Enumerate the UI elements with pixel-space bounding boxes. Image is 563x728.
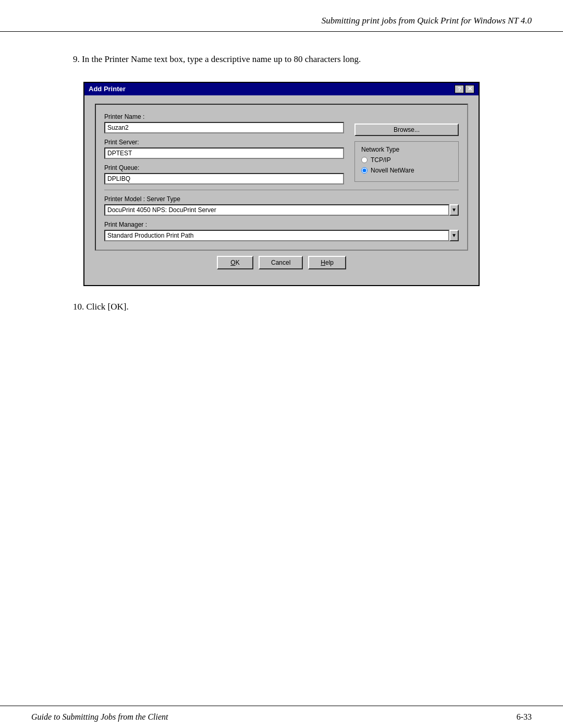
help-underline: H (321, 259, 325, 266)
dialog-title: Add Printer (89, 85, 126, 93)
page-container: Submitting print jobs from Quick Print f… (0, 0, 563, 728)
dialog-wrapper: Add Printer ? ✕ (52, 82, 511, 286)
print-server-input[interactable] (104, 147, 344, 159)
tcpip-radio[interactable] (361, 157, 368, 163)
ok-rest: K (236, 259, 240, 266)
printer-model-input[interactable] (104, 204, 449, 216)
footer-right-text: 6-33 (517, 712, 532, 722)
printer-name-input[interactable] (104, 122, 344, 133)
novell-radio-row: Novell NetWare (361, 167, 452, 174)
titlebar-buttons: ? ✕ (455, 85, 474, 93)
form-left: Printer Name : Print Server: (104, 113, 344, 184)
printer-model-arrow[interactable]: ▼ (449, 204, 459, 216)
step9-text: 9. In the Printer Name text box, type a … (52, 53, 511, 66)
print-manager-label: Print Manager : (104, 221, 459, 228)
print-queue-label: Print Queue: (104, 164, 344, 171)
browse-button[interactable]: Browse... (354, 124, 459, 136)
printer-model-label: Printer Model : Server Type (104, 195, 459, 203)
print-manager-input[interactable] (104, 230, 449, 241)
divider (104, 190, 459, 190)
dialog-inner: Printer Name : Print Server: (95, 104, 468, 251)
dialog-footer: OK Cancel Help (95, 251, 468, 277)
print-server-label: Print Server: (104, 139, 344, 146)
cancel-button[interactable]: Cancel (259, 256, 303, 269)
printer-name-field-group: Printer Name : (104, 113, 344, 133)
printer-model-dropdown-row: ▼ (104, 204, 459, 216)
printer-name-label: Printer Name : (104, 113, 344, 120)
footer-left-text: Guide to Submitting Jobs from the Client (31, 712, 168, 722)
step10-text: 10. Click [OK]. (52, 302, 511, 312)
form-right: Browse... Network Type TCP/IP (354, 113, 459, 184)
page-header: Submitting print jobs from Quick Print f… (0, 0, 563, 32)
novell-radio[interactable] (361, 167, 368, 174)
network-type-legend: Network Type (361, 146, 452, 153)
dialog-body: Printer Name : Print Server: (84, 95, 479, 285)
top-form-row: Printer Name : Print Server: (104, 113, 459, 184)
dialog-titlebar: Add Printer ? ✕ (84, 83, 479, 95)
print-server-field-group: Print Server: (104, 139, 344, 159)
help-icon-btn[interactable]: ? (455, 85, 464, 93)
novell-label: Novell NetWare (371, 167, 414, 174)
print-manager-dropdown-row: ▼ (104, 230, 459, 241)
help-rest: elp (325, 259, 334, 266)
network-type-group: Network Type TCP/IP Novell NetWare (354, 141, 459, 182)
print-manager-section: Print Manager : ▼ (104, 221, 459, 241)
add-printer-dialog: Add Printer ? ✕ (83, 82, 480, 286)
close-btn[interactable]: ✕ (465, 85, 474, 93)
tcpip-label: TCP/IP (371, 156, 391, 164)
ok-underline: O (230, 259, 235, 266)
page-content: 9. In the Printer Name text box, type a … (0, 32, 563, 706)
ok-button[interactable]: OK (217, 256, 253, 269)
header-title: Submitting print jobs from Quick Print f… (322, 16, 532, 26)
help-button[interactable]: Help (308, 256, 346, 269)
page-footer: Guide to Submitting Jobs from the Client… (0, 706, 563, 728)
tcpip-radio-row: TCP/IP (361, 156, 452, 164)
printer-model-section: Printer Model : Server Type ▼ (104, 195, 459, 216)
print-queue-field-group: Print Queue: (104, 164, 344, 184)
print-manager-arrow[interactable]: ▼ (449, 230, 459, 241)
print-queue-input[interactable] (104, 173, 344, 184)
